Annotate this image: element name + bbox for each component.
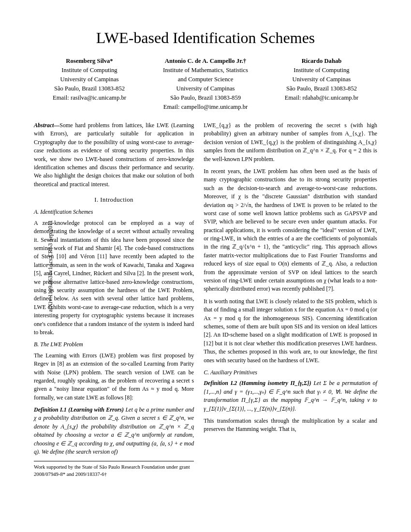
footnote: Work supported by the State of São Paulo… xyxy=(34,461,194,478)
author-2-affil3: University of Campinas xyxy=(150,84,261,93)
paper-title: LWE-based Identification Schemes xyxy=(34,29,377,47)
abstract-section: Abstract—Some hard problems from lattice… xyxy=(34,121,194,189)
author-3-affil2: University of Campinas xyxy=(266,75,377,84)
right-col-intro: LWE_{q,χ} as the problem of recovering t… xyxy=(204,121,377,163)
author-3-location: São Paulo, Brazil 13083-852 xyxy=(266,84,377,93)
author-3: Ricardo Dahab Institute of Computing Uni… xyxy=(266,57,377,112)
right-para1: In recent years, the LWE problem has oft… xyxy=(204,167,377,294)
author-2-affil2: and Computer Science xyxy=(150,75,261,84)
def-i2: Definition I.2 (Hamming isometry Π_{γ,Σ}… xyxy=(204,379,377,413)
author-3-affil1: Institute of Computing xyxy=(266,66,377,75)
subsec-c-title: C. Auxiliary Primitives xyxy=(204,369,377,377)
author-2-email: Email: campello@ime.unicamp.br xyxy=(150,103,261,112)
abstract-label: Abstract— xyxy=(34,122,59,129)
author-2-name: Antonio C. de A. Campello Jr.† xyxy=(150,57,261,66)
left-column: Abstract—Some hard problems from lattice… xyxy=(34,121,194,478)
author-2-location: São Paulo, Brazil 13083-859 xyxy=(150,93,261,103)
right-para3: This transformation scales through the m… xyxy=(204,417,377,434)
author-3-name: Ricardo Dahab xyxy=(266,57,377,66)
section-introduction-title: I. Introduction xyxy=(34,195,194,204)
subsec-a-title: A. Identification Schemes xyxy=(34,208,194,216)
author-1-email: Email: rasilva@ic.unicamp.br xyxy=(34,93,145,103)
author-3-email: Email: rdahab@ic.unicamp.br xyxy=(266,93,377,103)
arxiv-label: arXiv:1109.0631v1 [cs.CR] 3 Sep 2011 xyxy=(47,220,54,312)
authors-grid: Rosemberg Silva* Institute of Computing … xyxy=(34,57,377,112)
author-1-affil1: Institute of Computing xyxy=(34,66,145,75)
subsec-a-text1: A zero-knowledge protocol can be employe… xyxy=(34,219,194,337)
def-i1-body: Let q be a prime number and χ a probabil… xyxy=(34,406,194,455)
author-1-name: Rosemberg Silva* xyxy=(34,57,145,66)
author-1-location: São Paulo, Brazil 13083-852 xyxy=(34,84,145,93)
right-para2: It is worth noting that LWE is closely r… xyxy=(204,297,377,365)
author-1: Rosemberg Silva* Institute of Computing … xyxy=(34,57,145,112)
author-2: Antonio C. de A. Campello Jr.† Institute… xyxy=(150,57,261,112)
author-1-affil2: University of Campinas xyxy=(34,75,145,84)
subsec-b-title: B. The LWE Problem xyxy=(34,340,194,349)
def-i2-label: Definition I.2 (Hamming isometry Π_{γ,Σ}… xyxy=(204,380,311,386)
abstract-text: Some hard problems from lattices, like L… xyxy=(34,122,194,188)
def-i1-label: Definition I.1 (Learning with Errors) xyxy=(34,406,124,413)
right-column: LWE_{q,χ} as the problem of recovering t… xyxy=(204,121,377,478)
def-i1: Definition I.1 (Learning with Errors) Le… xyxy=(34,406,194,456)
author-2-affil1: Institute of Mathematics, Statistics xyxy=(150,66,261,75)
subsec-b-text1: The Learning with Errors (LWE) problem w… xyxy=(34,352,194,402)
